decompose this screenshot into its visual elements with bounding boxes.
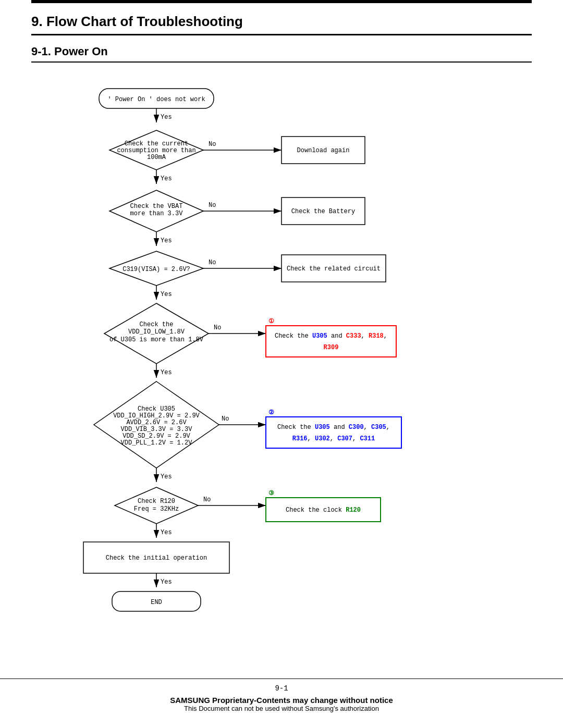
flowchart-diagram: ' Power On ' does not work Yes Check the… [31,78,532,677]
proprietary-notice: SAMSUNG Proprietary-Contents may change … [0,696,563,705]
diamond2-line1: Check the VBAT [130,203,183,210]
yes8-label: Yes [161,578,172,586]
yes3-label: Yes [161,237,172,244]
diamond4-line2: VDD_IO_LOW_1.8V [128,328,185,336]
yes1-label: Yes [161,114,172,121]
diamond1-line3: 100mA [147,154,166,161]
diamond2-line2: more than 3.3V [130,210,183,217]
doc-notice: This Document can not be used without Sa… [0,705,563,712]
yes2-label: Yes [161,175,172,182]
check-related-label: Check the related circuit [287,265,381,273]
no2-label: No [209,202,216,209]
check-u305-red-line1: Check the U305 and C333, R318, [275,332,387,340]
sub-title: 9-1. Power On [31,45,532,63]
yes6-label: Yes [161,473,172,480]
check-clock-label: Check the clock R120 [286,507,361,514]
footer: 9-1 SAMSUNG Proprietary-Contents may cha… [0,678,563,712]
end-label: END [151,599,162,606]
diamond1-line2: consumption more than [117,147,195,154]
diamond5-line3: AVDD_2.6V = 2.6V [126,419,187,426]
diamond4-line3: of U305 is more than 1.8V [109,336,204,343]
diamond5-line6: VDD_PLL_1.2V = 1.2V [121,439,193,447]
no4-label: No [214,324,221,331]
yes4-label: Yes [161,291,172,298]
diamond6-line1: Check R120 [138,498,175,505]
download-again-label: Download again [297,147,350,154]
diamond4-line1: Check the [140,321,174,328]
top-border [31,0,532,3]
svg-rect-17 [266,326,396,357]
circle3-label: ③ [268,490,274,497]
check-initial-label: Check the initial operation [106,554,207,562]
check-u305-blue-line2: R316, U302, C307, C311 [292,435,375,442]
no3-label: No [209,259,216,266]
yes7-label: Yes [161,529,172,536]
check-battery-label: Check the Battery [291,208,355,215]
check-u305-red-line2: R309 [324,344,339,351]
no5-label: No [222,415,229,423]
page-number: 9-1 [0,684,563,693]
no1-label: No [209,141,216,148]
circle1-label: ① [268,318,274,325]
circle2-label: ② [268,409,274,416]
diamond3-label: C319(VISA) = 2.6V? [123,266,190,273]
diamond5-line4: VDD_VIB_3.3V = 3.3V [121,426,193,433]
start-label: ' Power On ' does not work [107,96,205,103]
diamond5-line1: Check U305 [138,405,175,413]
section-title: 9. Flow Chart of Troubleshooting [31,14,532,35]
yes5-label: Yes [161,369,172,376]
no6-label: No [203,496,211,503]
diamond5-line2: VDD_IO_HIGH_2.9V = 2.9V [113,412,200,419]
diamond6-line2: Freq = 32KHz [134,505,179,513]
check-u305-blue-line1: Check the U305 and C300, C305, [277,424,390,431]
page: 9. Flow Chart of Troubleshooting 9-1. Po… [0,0,563,728]
diamond1-line1: Check the current [125,140,188,147]
svg-rect-21 [266,417,401,448]
diamond5-line5: VDD_SD_2.9V = 2.9V [123,433,190,440]
